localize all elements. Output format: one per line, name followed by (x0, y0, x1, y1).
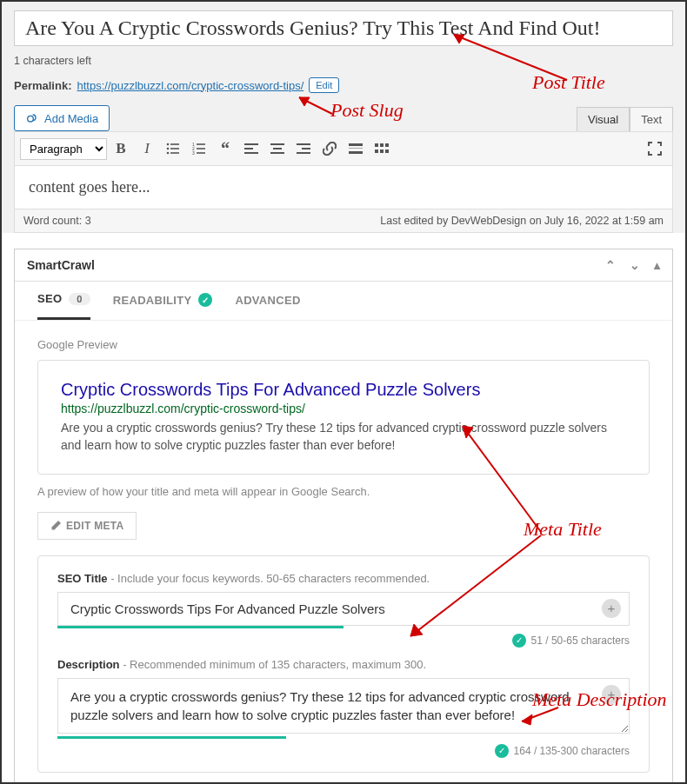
align-right-button[interactable] (291, 136, 316, 161)
svg-point-3 (167, 148, 170, 150)
edit-meta-label: EDIT META (66, 520, 123, 532)
seo-title-input[interactable] (57, 592, 630, 626)
post-title-input[interactable] (14, 10, 673, 46)
edit-meta-button[interactable]: EDIT META (37, 512, 137, 540)
description-label: Description - Recommended minimum of 135… (57, 658, 630, 671)
svg-rect-26 (380, 143, 384, 147)
characters-left: 1 characters left (14, 55, 673, 67)
google-preview-box: Cryptic Crosswords Tips For Advanced Puz… (37, 360, 650, 475)
tab-visual[interactable]: Visual (577, 107, 630, 131)
svg-rect-24 (349, 151, 363, 154)
permalink-row: Permalink: https://puzzlbuzzl.com/crypti… (14, 77, 673, 93)
edit-slug-button[interactable]: Edit (309, 77, 339, 93)
svg-rect-23 (349, 148, 363, 149)
svg-rect-22 (349, 143, 363, 146)
svg-rect-21 (297, 152, 310, 154)
tab-readability-label: READABILITY (113, 294, 192, 307)
tab-seo-label: SEO (37, 292, 62, 305)
check-icon: ✓ (512, 634, 526, 648)
seo-title-counter: 51 / 50-65 characters (531, 635, 630, 647)
align-left-button[interactable] (239, 136, 263, 161)
tab-advanced[interactable]: ADVANCED (235, 292, 300, 320)
svg-rect-28 (375, 149, 378, 153)
quote-button[interactable]: “ (213, 136, 237, 161)
svg-rect-15 (244, 152, 258, 154)
seo-count-badge: 0 (69, 293, 90, 305)
tab-text[interactable]: Text (630, 107, 673, 131)
number-list-button[interactable]: 123 (187, 136, 211, 161)
chevron-up-icon[interactable]: ⌃ (605, 258, 616, 272)
description-progress (57, 736, 286, 739)
seo-title-progress (57, 626, 344, 628)
editor-status-bar: Word count: 3 Last edited by DevWebDesig… (14, 209, 673, 233)
svg-rect-19 (297, 143, 310, 145)
svg-rect-29 (380, 149, 384, 153)
svg-point-0 (28, 116, 34, 122)
check-icon: ✓ (198, 293, 212, 307)
svg-rect-6 (170, 152, 179, 154)
svg-rect-2 (170, 143, 179, 145)
svg-rect-17 (273, 148, 282, 149)
svg-rect-8 (197, 148, 205, 149)
check-icon: ✓ (495, 744, 509, 758)
description-input[interactable] (57, 678, 630, 734)
collapse-icon[interactable]: ▴ (654, 258, 660, 272)
word-count: Word count: 3 (23, 215, 91, 227)
add-media-label: Add Media (44, 112, 98, 125)
add-variable-button[interactable]: + (602, 599, 621, 618)
preview-title: Cryptic Crosswords Tips For Advanced Puz… (61, 380, 626, 400)
format-select[interactable]: Paragraph (20, 138, 107, 160)
google-preview-label: Google Preview (37, 338, 650, 351)
pencil-icon (50, 521, 61, 531)
svg-rect-27 (385, 143, 389, 147)
preview-hint: A preview of how your title and meta wil… (37, 485, 650, 498)
meta-fields-box: SEO Title - Include your focus keywords.… (37, 555, 650, 773)
align-center-button[interactable] (265, 136, 290, 161)
panel-title: SmartCrawl (27, 258, 95, 272)
svg-rect-7 (197, 143, 205, 145)
svg-rect-18 (270, 152, 284, 154)
media-icon (25, 111, 39, 125)
svg-rect-14 (244, 148, 253, 149)
content-editor[interactable]: content goes here... (14, 166, 673, 209)
permalink-url[interactable]: https://puzzlbuzzl.com/cryptic-crossword… (77, 79, 303, 92)
svg-text:3: 3 (192, 150, 195, 156)
svg-rect-13 (244, 143, 258, 145)
tab-seo[interactable]: SEO 0 (37, 292, 90, 320)
permalink-label: Permalink: (14, 79, 71, 92)
svg-point-1 (167, 143, 170, 146)
svg-rect-9 (197, 152, 205, 154)
svg-rect-20 (302, 148, 310, 149)
last-edited: Last edited by DevWebDesign on July 16, … (380, 215, 664, 227)
svg-rect-16 (270, 143, 284, 145)
editor-toolbar: Paragraph B I 123 “ (14, 131, 673, 166)
chevron-down-icon[interactable]: ⌄ (630, 258, 640, 272)
description-counter: 164 / 135-300 characters (514, 745, 630, 757)
bullet-list-button[interactable] (161, 136, 185, 161)
tab-readability[interactable]: READABILITY ✓ (113, 292, 213, 320)
italic-button[interactable]: I (135, 136, 159, 161)
add-variable-button[interactable]: + (602, 685, 621, 704)
readmore-button[interactable] (344, 136, 368, 161)
preview-description: Are you a cryptic crosswords genius? Try… (61, 419, 626, 455)
editor-tabs: Visual Text (577, 107, 673, 131)
fullscreen-button[interactable] (643, 136, 667, 161)
bold-button[interactable]: B (109, 136, 133, 161)
preview-url: https://puzzlbuzzl.com/cryptic-crossword… (61, 402, 626, 415)
svg-rect-4 (170, 148, 179, 149)
link-button[interactable] (317, 136, 342, 161)
smartcrawl-panel: SmartCrawl ⌃ ⌄ ▴ SEO 0 READABILITY ✓ ADV… (14, 249, 673, 784)
toolbar-toggle-button[interactable] (370, 136, 394, 161)
add-media-button[interactable]: Add Media (14, 105, 110, 131)
svg-rect-25 (375, 143, 378, 147)
svg-rect-30 (385, 149, 389, 153)
seo-title-label: SEO Title - Include your focus keywords.… (57, 572, 630, 585)
svg-point-5 (167, 152, 170, 155)
